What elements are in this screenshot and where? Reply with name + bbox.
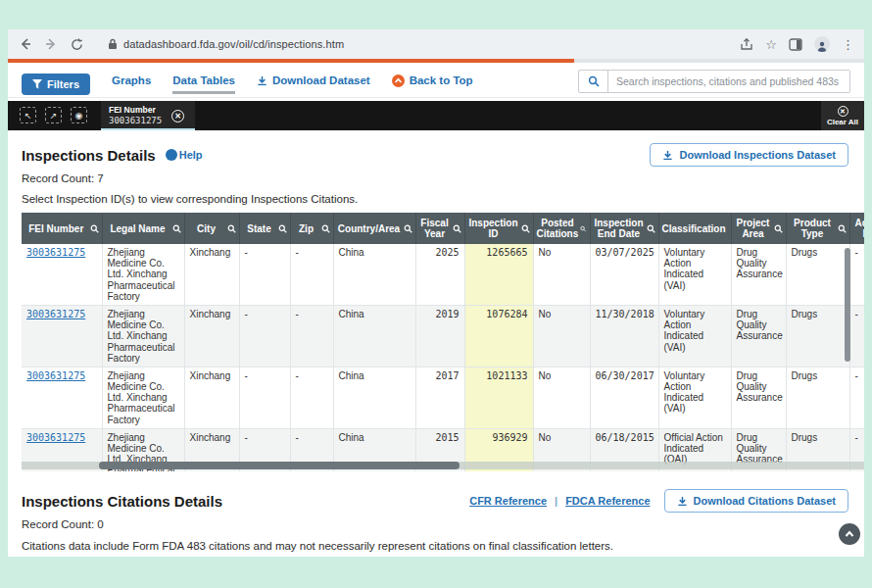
col-header-city[interactable]: City	[184, 213, 239, 244]
cell-state: -	[239, 244, 290, 305]
col-header-classification[interactable]: Classification	[658, 213, 731, 244]
col-header-product-type[interactable]: Product Type	[786, 213, 849, 244]
table-row: 3003631275 Zhejiang Medicine Co. Ltd. Xi…	[22, 244, 864, 305]
cell-product-type: Drugs	[786, 305, 849, 367]
remove-filter-icon[interactable]: ✕	[171, 110, 184, 122]
table-horizontal-scrollbar[interactable]	[99, 462, 460, 469]
cell-fiscal-year: 2017	[415, 367, 464, 428]
back-to-top-icon	[392, 74, 405, 87]
inspections-record-count: Record Count: 7	[22, 172, 848, 184]
cell-country: China	[333, 367, 415, 428]
cell-project-area: Drug Quality Assurance	[731, 244, 786, 305]
cell-product-type: Drugs	[786, 244, 849, 305]
search-input[interactable]	[608, 71, 849, 92]
browser-chrome: datadashboard.fda.gov/oil/cd/inspections…	[8, 29, 864, 59]
tab-graphs[interactable]: Graphs	[112, 74, 151, 94]
download-citations-dataset-button[interactable]: Download Citations Dataset	[664, 489, 848, 513]
download-icon	[677, 496, 688, 507]
col-header-legal-name[interactable]: Legal Name	[102, 213, 184, 244]
link-separator: |	[555, 495, 557, 507]
back-to-top-link[interactable]: Back to Top	[392, 74, 473, 95]
col-header-posted-citations[interactable]: Posted Citations	[533, 213, 590, 244]
column-search-icon	[227, 224, 236, 233]
cell-fiscal-year: 2025	[415, 244, 464, 305]
cell-inspection-id[interactable]: 1076284	[464, 305, 533, 367]
expand-filters-icon[interactable]: ↗	[45, 107, 62, 123]
cell-inspection-id[interactable]: 1265665	[464, 244, 533, 305]
col-header-fei-number[interactable]: FEI Number	[22, 213, 102, 244]
cell-classification: Voluntary Action Indicated (VAI)	[658, 244, 731, 305]
cell-end-date: 03/07/2025	[590, 244, 658, 305]
filter-chip-fei-number[interactable]: FEI Number 3003631275 ✕	[101, 101, 195, 130]
forward-icon[interactable]	[43, 36, 59, 52]
cell-additional: -	[849, 244, 864, 305]
clear-all-filters-button[interactable]: ✕ Clear All	[821, 101, 864, 130]
col-header-additional-details[interactable]: Additional Details	[849, 213, 864, 244]
column-search-icon	[774, 224, 783, 233]
chevron-up-icon	[844, 528, 855, 540]
cell-inspection-id[interactable]: 1021133	[464, 367, 533, 428]
filters-button[interactable]: Filters	[22, 74, 90, 95]
fdca-reference-link[interactable]: FDCA Reference	[565, 495, 650, 507]
cell-end-date: 11/30/2018	[590, 305, 658, 367]
download-inspections-dataset-button[interactable]: Download Inspections Dataset	[650, 143, 848, 167]
citations-note: Citations data include Form FDA 483 cita…	[22, 540, 848, 552]
browser-menu-icon[interactable]: ⋮	[842, 37, 854, 52]
bookmark-star-icon[interactable]: ☆	[765, 37, 777, 52]
back-to-top-label: Back to Top	[410, 74, 473, 86]
column-search-icon	[278, 224, 287, 233]
table-row: 3003631275 Zhejiang Medicine Co. Ltd. Xi…	[22, 367, 864, 428]
cell-zip: -	[290, 367, 333, 428]
inspections-instruction: Select Inspection ID(s) to view correspo…	[22, 193, 848, 205]
cell-classification: Voluntary Action Indicated (VAI)	[658, 305, 731, 367]
inspections-table: FEI Number Legal Name City State Zip Cou…	[22, 213, 864, 471]
clear-all-label: Clear All	[827, 118, 858, 126]
back-icon[interactable]	[18, 36, 33, 52]
cell-city: Xinchang	[184, 244, 239, 305]
col-header-zip[interactable]: Zip	[290, 213, 333, 244]
page-load-progress-track	[8, 59, 864, 63]
profile-avatar-icon[interactable]	[814, 36, 830, 52]
download-dataset-link[interactable]: Download Dataset	[257, 74, 370, 94]
col-header-project-area[interactable]: Project Area	[731, 213, 786, 244]
address-bar[interactable]: datadashboard.fda.gov/oil/cd/inspections…	[94, 38, 730, 50]
column-search-icon	[453, 224, 461, 233]
scroll-to-top-button[interactable]	[839, 523, 860, 545]
help-label: Help	[179, 149, 203, 161]
sidepanel-icon[interactable]	[789, 38, 802, 51]
cell-additional: -	[849, 367, 864, 428]
fei-number-link[interactable]: 3003631275	[26, 370, 85, 381]
cell-zip: -	[290, 244, 333, 305]
active-filters-bar: ↖ ↗ ◉ FEI Number 3003631275 ✕ ✕ Clear Al…	[8, 101, 864, 130]
cell-country: China	[333, 305, 415, 367]
col-header-fiscal-year[interactable]: Fiscal Year	[415, 213, 464, 244]
citations-details-title: Inspections Citations Details	[22, 493, 222, 510]
table-header-row: FEI Number Legal Name City State Zip Cou…	[22, 213, 864, 244]
cell-classification: Voluntary Action Indicated (VAI)	[658, 367, 731, 428]
cell-city: Xinchang	[184, 305, 239, 367]
cell-city: Xinchang	[184, 367, 239, 428]
help-link[interactable]: ? Help	[166, 149, 203, 161]
share-icon[interactable]	[740, 38, 753, 51]
cell-fei-number: 3003631275	[22, 305, 102, 367]
tab-data-tables[interactable]: Data Tables	[172, 74, 235, 94]
fei-number-link[interactable]: 3003631275	[26, 247, 85, 258]
fei-number-link[interactable]: 3003631275	[26, 432, 85, 443]
collapse-filters-icon[interactable]: ↖	[20, 107, 36, 123]
refresh-icon[interactable]	[69, 36, 84, 52]
filter-chip-label: FEI Number	[109, 106, 162, 116]
col-header-inspection-end-date[interactable]: Inspection End Date	[590, 213, 658, 244]
column-search-icon	[580, 224, 586, 233]
cell-state: -	[239, 367, 290, 428]
search-icon[interactable]	[579, 71, 608, 92]
download-inspections-label: Download Inspections Dataset	[679, 149, 836, 161]
fei-number-link[interactable]: 3003631275	[26, 309, 85, 319]
col-header-state[interactable]: State	[239, 213, 290, 244]
table-vertical-scrollbar[interactable]	[845, 248, 850, 362]
reset-filters-icon[interactable]: ◉	[71, 107, 87, 123]
cfr-reference-link[interactable]: CFR Reference	[469, 495, 547, 507]
col-header-country-area[interactable]: Country/Area	[333, 213, 415, 244]
help-icon: ?	[166, 149, 177, 161]
cell-product-type: Drugs	[786, 367, 849, 428]
col-header-inspection-id[interactable]: Inspection ID	[464, 213, 533, 244]
